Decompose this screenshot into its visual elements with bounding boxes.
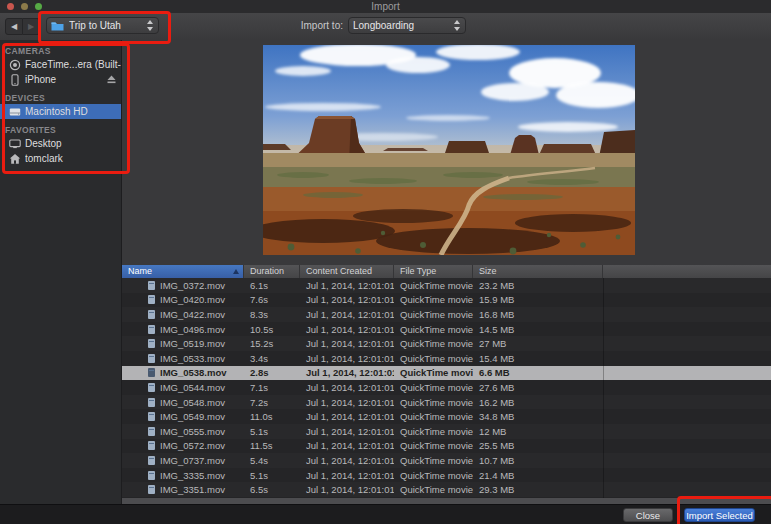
cell-duration: 3.4s xyxy=(244,351,300,366)
cell-created: Jul 1, 2014, 12:01:01 PM xyxy=(300,293,394,308)
cell-duration: 5.1s xyxy=(244,424,300,439)
cell-size: 15.4 MB xyxy=(473,351,603,366)
table-row[interactable]: IMG_0538.mov2.8sJul 1, 2014, 12:01:01 PM… xyxy=(122,366,771,381)
cell-type: QuickTime movie xyxy=(394,424,473,439)
movie-file-icon xyxy=(148,354,155,363)
table-row[interactable]: IMG_0533.mov3.4sJul 1, 2014, 12:01:01 PM… xyxy=(122,351,771,366)
cell-created: Jul 1, 2014, 12:01:01 PM xyxy=(300,278,394,293)
cell-created: Jul 1, 2014, 12:01:01 PM xyxy=(300,439,394,454)
cell-name: IMG_0548.mov xyxy=(122,395,244,410)
cell-type: QuickTime movie xyxy=(394,351,473,366)
table-row[interactable]: IMG_0519.mov15.2sJul 1, 2014, 12:01:01 P… xyxy=(122,336,771,351)
cell-size: 21.4 MB xyxy=(473,468,603,483)
cell-size: 34.8 MB xyxy=(473,409,603,424)
cell-created: Jul 1, 2014, 12:01:01 PM xyxy=(300,336,394,351)
column-header-filler xyxy=(603,265,771,278)
table-row[interactable]: IMG_0549.mov11.0sJul 1, 2014, 12:01:01 P… xyxy=(122,409,771,424)
table-row[interactable]: IMG_0572.mov11.5sJul 1, 2014, 12:01:01 P… xyxy=(122,439,771,454)
table-row[interactable]: IMG_0555.mov5.1sJul 1, 2014, 12:01:01 PM… xyxy=(122,424,771,439)
cell-created: Jul 1, 2014, 12:01:01 PM xyxy=(300,482,394,497)
cell-duration: 7.6s xyxy=(244,293,300,308)
movie-file-icon xyxy=(148,383,155,392)
cell-size: 27.6 MB xyxy=(473,380,603,395)
cell-name: IMG_0544.mov xyxy=(122,380,244,395)
column-header-file-type[interactable]: File Type xyxy=(394,265,473,278)
cell-type: QuickTime movie xyxy=(394,453,473,468)
cell-name: IMG_3335.mov xyxy=(122,468,244,483)
table-row[interactable]: IMG_0420.mov7.6sJul 1, 2014, 12:01:01 PM… xyxy=(122,293,771,308)
preview-area xyxy=(122,40,771,265)
monument-valley-preview-photo xyxy=(263,45,635,255)
cell-type: QuickTime movie xyxy=(394,322,473,337)
import-dialog-window: Import ◀ ▶ Trip to Utah Import to: Longb… xyxy=(0,0,771,524)
cell-created: Jul 1, 2014, 12:01:01 PM xyxy=(300,395,394,410)
movie-file-icon xyxy=(148,368,155,377)
cell-type: QuickTime movie xyxy=(394,307,473,322)
table-row[interactable]: IMG_0737.mov5.4sJul 1, 2014, 12:01:01 PM… xyxy=(122,453,771,468)
back-button[interactable]: ◀ xyxy=(5,18,23,35)
cell-size: 29.3 MB xyxy=(473,482,603,497)
cell-name: IMG_0549.mov xyxy=(122,409,244,424)
column-header-name[interactable]: Name xyxy=(122,265,244,278)
column-header-content-created[interactable]: Content Created xyxy=(300,265,394,278)
movie-file-icon xyxy=(148,456,155,465)
cell-created: Jul 1, 2014, 12:01:01 PM xyxy=(300,468,394,483)
column-divider xyxy=(603,278,604,498)
column-header-duration[interactable]: Duration xyxy=(244,265,300,278)
movie-file-icon xyxy=(148,412,155,421)
cell-size: 23.2 MB xyxy=(473,278,603,293)
column-header-label: Name xyxy=(128,266,152,276)
import-to-dropdown[interactable]: Longboarding xyxy=(348,17,466,34)
table-body: IMG_0372.mov6.1sJul 1, 2014, 12:01:01 PM… xyxy=(122,278,771,497)
movie-file-icon xyxy=(148,310,155,319)
cell-name: IMG_3351.mov xyxy=(122,482,244,497)
cell-type: QuickTime movie xyxy=(394,395,473,410)
cell-size: 12 MB xyxy=(473,424,603,439)
cell-duration: 6.5s xyxy=(244,482,300,497)
table-row[interactable]: IMG_3351.mov6.5sJul 1, 2014, 12:01:01 PM… xyxy=(122,482,771,497)
cell-created: Jul 1, 2014, 12:01:01 PM xyxy=(300,380,394,395)
import-to-dropdown-value: Longboarding xyxy=(353,20,450,31)
cell-duration: 2.8s xyxy=(244,366,300,381)
movie-file-icon xyxy=(148,295,155,304)
movie-file-icon xyxy=(148,471,155,480)
table-row[interactable]: IMG_0422.mov8.3sJul 1, 2014, 12:01:01 PM… xyxy=(122,307,771,322)
footer-bar: Close Import Selected xyxy=(0,504,771,524)
cell-created: Jul 1, 2014, 12:01:01 PM xyxy=(300,366,394,381)
table-row[interactable]: IMG_3335.mov5.1sJul 1, 2014, 12:01:01 PM… xyxy=(122,468,771,483)
cell-name: IMG_0737.mov xyxy=(122,453,244,468)
table-row[interactable]: IMG_0544.mov7.1sJul 1, 2014, 12:01:01 PM… xyxy=(122,380,771,395)
cell-name: IMG_0519.mov xyxy=(122,336,244,351)
cell-name: IMG_0538.mov xyxy=(122,366,244,381)
cell-type: QuickTime movie xyxy=(394,293,473,308)
cell-size: 27 MB xyxy=(473,336,603,351)
cell-duration: 10.5s xyxy=(244,322,300,337)
cell-type: QuickTime movie xyxy=(394,439,473,454)
cell-name: IMG_0572.mov xyxy=(122,439,244,454)
table-header: Name Duration Content Created File Type … xyxy=(122,265,771,278)
movie-file-icon xyxy=(148,281,155,290)
cell-type: QuickTime movie xyxy=(394,468,473,483)
cell-duration: 15.2s xyxy=(244,336,300,351)
cell-type: QuickTime movie xyxy=(394,336,473,351)
cell-duration: 5.1s xyxy=(244,468,300,483)
cell-size: 15.9 MB xyxy=(473,293,603,308)
cell-created: Jul 1, 2014, 12:01:01 PM xyxy=(300,409,394,424)
cell-duration: 8.3s xyxy=(244,307,300,322)
sort-ascending-icon xyxy=(233,269,239,274)
movie-file-icon xyxy=(148,427,155,436)
cell-name: IMG_0555.mov xyxy=(122,424,244,439)
cell-name: IMG_0372.mov xyxy=(122,278,244,293)
table-row[interactable]: IMG_0548.mov7.2sJul 1, 2014, 12:01:01 PM… xyxy=(122,395,771,410)
column-header-size[interactable]: Size xyxy=(473,265,603,278)
table-row[interactable]: IMG_0496.mov10.5sJul 1, 2014, 12:01:01 P… xyxy=(122,322,771,337)
cell-size: 10.7 MB xyxy=(473,453,603,468)
annotation-rect-sidebar xyxy=(2,43,130,174)
cell-created: Jul 1, 2014, 12:01:01 PM xyxy=(300,424,394,439)
annotation-rect-import-selected xyxy=(677,496,771,524)
close-button[interactable]: Close xyxy=(623,508,673,522)
cell-type: QuickTime movie xyxy=(394,380,473,395)
import-to-label: Import to: xyxy=(290,17,343,34)
table-row[interactable]: IMG_0372.mov6.1sJul 1, 2014, 12:01:01 PM… xyxy=(122,278,771,293)
cell-duration: 7.2s xyxy=(244,395,300,410)
